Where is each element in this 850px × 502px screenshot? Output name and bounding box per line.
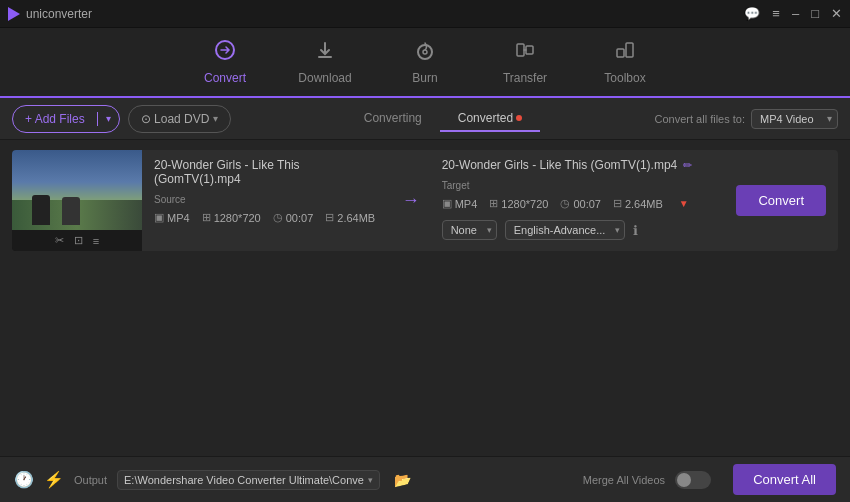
target-format-value: MP4 — [455, 198, 478, 210]
app-logo — [8, 7, 20, 21]
target-duration-value: 00:07 — [573, 198, 601, 210]
output-path: E:\Wondershare Video Converter Ultimate\… — [124, 474, 364, 486]
source-resolution-value: 1280*720 — [214, 212, 261, 224]
bottom-bar: 🕐 ⚡ Output E:\Wondershare Video Converte… — [0, 456, 850, 502]
load-dvd-arrow-icon: ▾ — [213, 113, 218, 124]
chat-button[interactable]: 💬 — [744, 7, 760, 20]
load-dvd-label: ⊙ Load DVD — [141, 112, 210, 126]
thumb-person-2 — [62, 197, 80, 225]
subtitle-select-wrap: None — [442, 220, 497, 240]
tab-group: Converting Converted — [346, 106, 540, 132]
crop-icon[interactable]: ⊡ — [74, 234, 83, 247]
duration-icon: ◷ — [273, 211, 283, 224]
tab-converting-label: Converting — [364, 111, 422, 125]
source-format: ▣ MP4 — [154, 211, 190, 224]
target-file-name: 20-Wonder Girls - Like This (GomTV(1).mp… — [442, 158, 678, 172]
target-dropdown-icon[interactable]: ▼ — [679, 198, 689, 209]
convert-btn-col: Convert — [724, 150, 838, 251]
target-duration-icon: ◷ — [560, 197, 570, 210]
file-thumbnail: ✂ ⊡ ≡ — [12, 150, 142, 251]
size-icon: ⊟ — [325, 211, 334, 224]
convert-all-to: Convert all files to: MP4 Video MKV Vide… — [655, 109, 838, 129]
menu-button[interactable]: ≡ — [772, 7, 780, 20]
output-dropdown-icon[interactable]: ▾ — [368, 475, 373, 485]
title-bar-right: 💬 ≡ – □ ✕ — [744, 7, 842, 20]
target-resolution: ⊞ 1280*720 — [489, 197, 548, 210]
svg-rect-4 — [526, 46, 533, 54]
scissors-icon[interactable]: ✂ — [55, 234, 64, 247]
nav-item-burn[interactable]: Burn — [395, 39, 455, 85]
convert-all-button[interactable]: Convert All — [733, 464, 836, 495]
close-button[interactable]: ✕ — [831, 7, 842, 20]
settings-icon[interactable]: ≡ — [93, 235, 99, 247]
minimize-button[interactable]: – — [792, 7, 799, 20]
transfer-nav-label: Transfer — [503, 71, 547, 85]
folder-icon[interactable]: 📂 — [394, 472, 411, 488]
svg-point-1 — [418, 45, 432, 59]
main-content: ✂ ⊡ ≡ 20-Wonder Girls - Like This (GomTV… — [0, 140, 850, 261]
burn-nav-label: Burn — [412, 71, 437, 85]
convert-all-to-label: Convert all files to: — [655, 113, 745, 125]
add-files-main-label: + Add Files — [13, 112, 98, 126]
title-bar: uniconverter 💬 ≡ – □ ✕ — [0, 0, 850, 28]
resolution-icon: ⊞ — [202, 211, 211, 224]
merge-toggle-track[interactable] — [675, 471, 711, 489]
convert-button[interactable]: Convert — [736, 185, 826, 216]
nav-item-download[interactable]: Download — [295, 39, 355, 85]
tab-converted-dot — [516, 115, 522, 121]
merge-label: Merge All Videos — [583, 474, 665, 486]
load-dvd-button[interactable]: ⊙ Load DVD ▾ — [128, 105, 232, 133]
tab-converting[interactable]: Converting — [346, 106, 440, 132]
clock-icon[interactable]: 🕐 — [14, 470, 34, 489]
nav-item-convert[interactable]: Convert — [195, 39, 255, 85]
flash-icon[interactable]: ⚡ — [44, 470, 64, 489]
svg-rect-6 — [626, 43, 633, 57]
format-select-wrap: MP4 Video MKV Video AVI Video MOV Video — [751, 109, 838, 129]
source-size: ⊟ 2.64MB — [325, 211, 375, 224]
tab-converted[interactable]: Converted — [440, 106, 540, 132]
svg-rect-5 — [617, 49, 624, 57]
tab-converted-label: Converted — [458, 111, 513, 125]
title-bar-left: uniconverter — [8, 7, 92, 21]
lang-select-wrap: English-Advance... — [505, 220, 625, 240]
svg-rect-3 — [517, 44, 524, 56]
source-label: Source — [154, 194, 380, 205]
target-resolution-value: 1280*720 — [501, 198, 548, 210]
content-area: + Add Files ▾ ⊙ Load DVD ▾ Converting Co… — [0, 98, 850, 502]
add-files-button[interactable]: + Add Files ▾ — [12, 105, 120, 133]
merge-toggle[interactable] — [675, 471, 711, 489]
nav-bar: Convert Download Burn — [0, 28, 850, 98]
convert-nav-label: Convert — [204, 71, 246, 85]
edit-icon[interactable]: ✏ — [683, 159, 692, 172]
file-target: 20-Wonder Girls - Like This (GomTV(1).mp… — [430, 150, 725, 251]
app-title: uniconverter — [26, 7, 92, 21]
target-size-value: 2.64MB — [625, 198, 663, 210]
maximize-button[interactable]: □ — [811, 7, 819, 20]
burn-nav-icon — [414, 39, 436, 67]
convert-arrow-icon: → — [402, 190, 420, 211]
toolbox-nav-icon — [614, 39, 636, 67]
target-format-icon: ▣ — [442, 197, 452, 210]
download-nav-icon — [314, 39, 336, 67]
merge-toggle-knob — [677, 473, 691, 487]
source-duration-value: 00:07 — [286, 212, 314, 224]
target-size: ⊟ 2.64MB — [613, 197, 663, 210]
format-select[interactable]: MP4 Video MKV Video AVI Video MOV Video — [751, 109, 838, 129]
target-duration: ◷ 00:07 — [560, 197, 601, 210]
thumb-controls: ✂ ⊡ ≡ — [12, 230, 142, 251]
target-resolution-icon: ⊞ — [489, 197, 498, 210]
info-icon[interactable]: ℹ — [633, 223, 638, 238]
file-source: 20-Wonder Girls - Like This (GomTV(1).mp… — [142, 150, 392, 251]
subtitle-select[interactable]: None — [442, 220, 497, 240]
add-files-dropdown-icon[interactable]: ▾ — [98, 113, 119, 124]
app-window: uniconverter 💬 ≡ – □ ✕ Convert — [0, 0, 850, 502]
nav-item-toolbox[interactable]: Toolbox — [595, 39, 655, 85]
nav-item-transfer[interactable]: Transfer — [495, 39, 555, 85]
source-file-name: 20-Wonder Girls - Like This (GomTV(1).mp… — [154, 158, 380, 186]
arrow-col: → — [392, 150, 430, 251]
source-resolution: ⊞ 1280*720 — [202, 211, 261, 224]
target-header: 20-Wonder Girls - Like This (GomTV(1).mp… — [442, 158, 713, 172]
lang-select[interactable]: English-Advance... — [505, 220, 625, 240]
toolbar: + Add Files ▾ ⊙ Load DVD ▾ Converting Co… — [0, 98, 850, 140]
thumb-person-1 — [32, 195, 50, 225]
